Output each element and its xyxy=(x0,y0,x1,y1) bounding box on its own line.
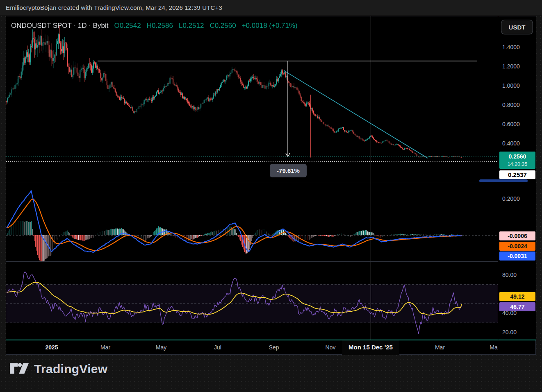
price-tick: 1.0000 xyxy=(502,82,520,89)
measure-percent-label: -79.61% xyxy=(270,164,307,177)
pane-divider[interactable] xyxy=(6,183,498,183)
rsi-badge: 46.77 xyxy=(499,302,535,311)
time-axis[interactable]: 2025MarMayJulSepNovMarMa Mon 15 Dec '25 xyxy=(6,340,498,355)
chart-widget: ONDOUSDT SPOT · 1D · Bybit O0.2542 H0.25… xyxy=(6,16,536,355)
macd-tick: 0.2000 xyxy=(502,195,520,202)
tradingview-logo: TradingView xyxy=(10,362,107,376)
bar-countdown: 14:20:35 xyxy=(499,161,535,168)
ohlc-open: O0.2542 xyxy=(114,22,141,30)
pane-resize-handle[interactable] xyxy=(479,179,528,182)
rsi-ma-badge: 49.12 xyxy=(499,292,535,301)
macd-line-badge: -0.0031 xyxy=(499,252,535,261)
price-tick: 0.6000 xyxy=(502,121,520,127)
tradingview-wordmark: TradingView xyxy=(34,362,107,376)
price-tick: 1.4000 xyxy=(502,44,520,50)
rsi-tick: 80.00 xyxy=(502,272,517,278)
time-axis-label: May xyxy=(156,344,166,351)
symbol-title[interactable]: ONDOUSDT SPOT · 1D · Bybit xyxy=(11,22,108,30)
time-axis-label: Sep xyxy=(269,344,279,351)
macd-pane[interactable] xyxy=(6,183,498,261)
rsi-pane[interactable] xyxy=(6,262,498,340)
crosshair-price-badge: 0.2537 xyxy=(499,170,535,179)
time-axis-label: Mar xyxy=(100,344,110,351)
time-axis-label: Jul xyxy=(214,344,221,351)
last-price-badge: 0.2560 14:20:35 xyxy=(499,152,535,169)
ohlc-high: H0.2586 xyxy=(147,22,173,30)
price-axis[interactable]: USDT 1.40001.20001.00000.80000.60000.400… xyxy=(498,16,536,340)
ohlc-low: L0.2512 xyxy=(179,22,204,30)
macd-signal-badge: -0.0024 xyxy=(499,242,535,251)
time-axis-label: Ma xyxy=(490,344,497,351)
time-axis-label: Nov xyxy=(326,344,336,351)
ohlc-close: C0.2560 xyxy=(210,22,236,30)
attribution-bar: EmiliocryptoBojan created with TradingVi… xyxy=(0,0,542,15)
price-tick: 0.4000 xyxy=(502,140,520,147)
pane-divider[interactable] xyxy=(6,261,498,262)
crosshair-date-label: Mon 15 Dec '25 xyxy=(342,340,399,355)
time-axis-label: Mar xyxy=(435,344,445,351)
symbol-legend: ONDOUSDT SPOT · 1D · Bybit O0.2542 H0.25… xyxy=(11,22,298,30)
tradingview-logo-icon xyxy=(10,363,29,376)
currency-toggle-button[interactable]: USDT xyxy=(501,20,533,34)
price-tick: 0.8000 xyxy=(502,102,520,108)
rsi-tick: 20.00 xyxy=(502,329,517,335)
macd-histogram-badge: -0.0006 xyxy=(499,231,535,240)
last-price-value: 0.2560 xyxy=(499,152,535,161)
main-price-pane[interactable] xyxy=(6,16,498,183)
time-axis-label: 2025 xyxy=(45,344,58,351)
ohlc-change: +0.0018 (+0.71%) xyxy=(242,22,298,30)
price-tick: 1.2000 xyxy=(502,63,520,70)
attribution-text: EmiliocryptoBojan created with TradingVi… xyxy=(6,4,222,11)
